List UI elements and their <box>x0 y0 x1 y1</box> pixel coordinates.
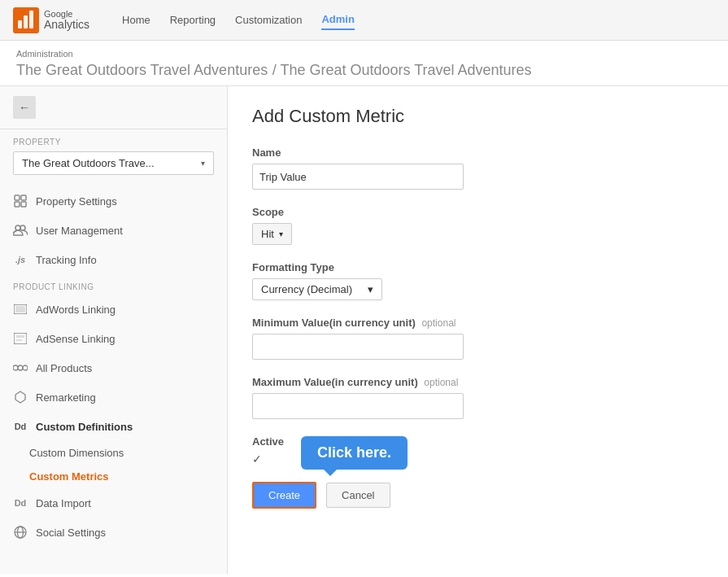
scope-dropdown[interactable]: Hit ▾ <box>252 223 292 245</box>
min-value-optional: optional <box>421 317 456 329</box>
page-title: Add Custom Metric <box>252 106 704 127</box>
property-dropdown[interactable]: The Great Outdoors Trave... ▾ <box>13 151 214 175</box>
max-value-input[interactable] <box>252 393 464 419</box>
breadcrumb-main: The Great Outdoors Travel Adventures <box>16 62 268 78</box>
tracking-info-icon: .js <box>13 252 28 267</box>
min-value-input[interactable] <box>252 334 464 360</box>
property-settings-label: Property Settings <box>36 195 117 208</box>
name-label: Name <box>252 146 704 159</box>
svg-rect-6 <box>15 202 20 207</box>
scope-label: Scope <box>252 206 704 218</box>
svg-rect-13 <box>16 335 24 338</box>
sidebar-item-remarketing[interactable]: Remarketing <box>0 382 227 412</box>
scope-value: Hit <box>261 228 274 240</box>
user-management-label: User Management <box>36 225 123 237</box>
nav-home[interactable]: Home <box>122 11 150 29</box>
social-settings-label: Social Settings <box>36 527 106 539</box>
adwords-label: AdWords Linking <box>36 304 116 316</box>
property-name: The Great Outdoors Trave... <box>22 157 155 169</box>
data-import-icon: Dd <box>13 496 28 510</box>
sidebar-item-adwords[interactable]: AdWords Linking <box>0 295 227 324</box>
property-settings-icon <box>13 194 28 208</box>
svg-point-17 <box>23 365 28 370</box>
svg-rect-2 <box>24 15 28 28</box>
property-section: PROPERTY The Great Outdoors Trave... ▾ <box>0 129 227 180</box>
svg-rect-5 <box>21 195 26 200</box>
sidebar-item-user-management[interactable]: User Management <box>0 216 227 245</box>
main-content: Add Custom Metric Name Scope Hit ▾ Forma… <box>228 86 728 574</box>
svg-rect-12 <box>14 333 27 344</box>
svg-rect-14 <box>16 339 22 341</box>
max-value-label: Maximum Value(in currency unit) optional <box>252 376 704 388</box>
data-import-label: Data Import <box>36 497 91 509</box>
formatting-type-dropdown[interactable]: Currency (Decimal) ▾ <box>252 278 382 300</box>
create-button[interactable]: Create <box>252 482 316 509</box>
breadcrumb: Administration The Great Outdoors Travel… <box>0 41 728 86</box>
sidebar-nav: Property Settings User Management .js Tr… <box>0 180 227 553</box>
back-arrow-icon[interactable]: ← <box>13 96 36 119</box>
adwords-icon <box>13 302 28 317</box>
name-input[interactable] <box>252 164 464 190</box>
formatting-type-value: Currency (Decimal) <box>261 283 352 295</box>
main-layout: ← PROPERTY The Great Outdoors Trave... ▾… <box>0 86 728 574</box>
cancel-button[interactable]: Cancel <box>326 483 390 508</box>
sidebar-item-adsense[interactable]: AdSense Linking <box>0 324 227 353</box>
google-analytics-logo-icon <box>13 7 39 33</box>
adsense-label: AdSense Linking <box>36 333 116 345</box>
sidebar-item-data-import[interactable]: Dd Data Import <box>0 488 227 518</box>
name-group: Name <box>252 146 704 190</box>
dropdown-arrow-icon: ▾ <box>201 159 205 168</box>
min-value-label: Minimum Value(in currency unit) optional <box>252 317 704 329</box>
logo-analytics-label: Analytics <box>44 19 89 31</box>
user-management-icon <box>13 223 28 238</box>
scope-group: Scope Hit ▾ <box>252 206 704 245</box>
sidebar-item-custom-definitions[interactable]: Dd Custom Definitions <box>0 412 227 441</box>
svg-point-15 <box>13 365 18 370</box>
formatting-type-label: Formatting Type <box>252 261 704 273</box>
max-value-optional: optional <box>424 377 458 388</box>
sidebar-sub-item-custom-dimensions[interactable]: Custom Dimensions <box>0 441 227 465</box>
button-row: Click here. Create Cancel <box>252 482 704 509</box>
svg-rect-1 <box>18 20 22 28</box>
custom-dimensions-label: Custom Dimensions <box>29 447 124 459</box>
top-navigation: Google Analytics Home Reporting Customiz… <box>0 0 728 41</box>
sidebar-item-all-products[interactable]: All Products <box>0 353 227 382</box>
logo-area: Google Analytics <box>13 7 89 33</box>
sidebar-back-button[interactable]: ← <box>0 86 227 129</box>
nav-customization[interactable]: Customization <box>235 11 302 29</box>
svg-rect-3 <box>29 11 33 28</box>
breadcrumb-title: The Great Outdoors Travel Adventures / T… <box>16 60 712 79</box>
svg-point-8 <box>15 225 20 230</box>
custom-definitions-label: Custom Definitions <box>36 421 133 433</box>
svg-rect-11 <box>15 306 25 313</box>
sidebar-sub-item-custom-metrics[interactable]: Custom Metrics <box>0 465 227 488</box>
svg-rect-7 <box>21 202 26 207</box>
max-value-group: Maximum Value(in currency unit) optional <box>252 376 704 419</box>
product-linking-header: PRODUCT LINKING <box>0 274 227 295</box>
custom-metrics-label: Custom Metrics <box>29 470 109 483</box>
custom-definitions-icon: Dd <box>13 419 28 434</box>
nav-reporting[interactable]: Reporting <box>170 11 216 29</box>
all-products-label: All Products <box>36 362 92 374</box>
breadcrumb-small: Administration <box>16 49 712 59</box>
svg-point-16 <box>18 365 23 370</box>
active-checkmark-icon: ✓ <box>252 452 262 466</box>
sidebar-item-tracking-info[interactable]: .js Tracking Info <box>0 245 227 274</box>
svg-rect-4 <box>15 195 20 200</box>
min-value-group: Minimum Value(in currency unit) optional <box>252 317 704 360</box>
tooltip-text: Click here. <box>317 444 391 461</box>
tracking-info-label: Tracking Info <box>36 254 97 266</box>
adsense-icon <box>13 331 28 346</box>
sidebar-item-social-settings[interactable]: Social Settings <box>0 518 227 547</box>
click-tooltip: Click here. <box>301 436 408 470</box>
sidebar-item-property-settings[interactable]: Property Settings <box>0 186 227 216</box>
remarketing-label: Remarketing <box>36 391 96 404</box>
all-products-icon <box>13 361 28 375</box>
formatting-type-group: Formatting Type Currency (Decimal) ▾ <box>252 261 704 300</box>
sidebar: ← PROPERTY The Great Outdoors Trave... ▾… <box>0 86 228 574</box>
nav-admin[interactable]: Admin <box>321 10 354 30</box>
format-arrow-icon: ▾ <box>368 283 373 295</box>
svg-point-9 <box>20 225 25 230</box>
property-label: PROPERTY <box>13 138 214 146</box>
logo-text: Google Analytics <box>44 9 89 31</box>
